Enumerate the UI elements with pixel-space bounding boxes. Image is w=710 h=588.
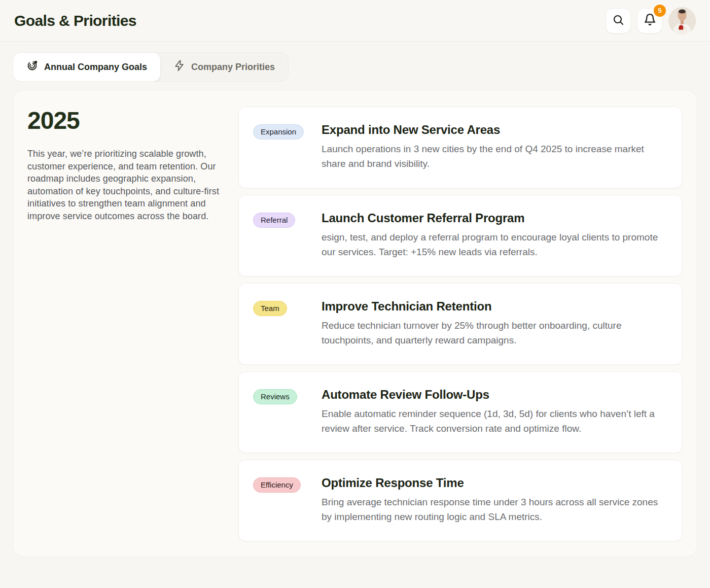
goal-tag-badge: Team	[253, 301, 287, 316]
goals-list: Expansion Expand into New Service Areas …	[238, 107, 683, 541]
header-actions: 5	[606, 7, 696, 34]
goal-description: Launch operations in 3 new cities by the…	[322, 142, 664, 171]
goal-card[interactable]: Expansion Expand into New Service Areas …	[238, 107, 683, 188]
tab-annual-company-goals[interactable]: Annual Company Goals	[13, 53, 160, 81]
goal-title: Improve Technician Retention	[322, 299, 664, 314]
tab-label: Annual Company Goals	[44, 62, 147, 73]
app-header: Goals & Priorities 5	[0, 0, 710, 42]
year-description: This year, we’re prioritizing scalable g…	[27, 148, 226, 222]
year-heading: 2025	[27, 107, 226, 134]
goal-description: Bring average technician response time u…	[322, 495, 664, 524]
page-title: Goals & Priorities	[14, 12, 136, 29]
goal-title: Optimize Response Time	[322, 476, 664, 490]
notifications-button[interactable]: 5	[637, 8, 662, 33]
goal-description: Reduce technician turnover by 25% throug…	[322, 318, 664, 348]
goal-tag-badge: Expansion	[253, 124, 304, 140]
tab-label: Company Priorities	[191, 62, 275, 73]
tab-company-priorities[interactable]: Company Priorities	[160, 53, 288, 81]
goal-description: Enable automatic reminder sequence (1d, …	[322, 406, 664, 436]
avatar[interactable]	[668, 7, 696, 34]
goal-tag-badge: Referral	[253, 213, 295, 228]
goal-description: esign, test, and deploy a referral progr…	[322, 230, 664, 259]
goal-card[interactable]: Referral Launch Customer Referral Progra…	[238, 195, 683, 276]
goal-tag-badge: Efficiency	[253, 477, 301, 493]
search-icon	[612, 14, 624, 28]
annual-goals-panel: 2025 This year, we’re prioritizing scala…	[13, 90, 697, 557]
goal-title: Expand into New Service Areas	[322, 123, 664, 137]
goal-card[interactable]: Efficiency Optimize Response Time Bring …	[238, 460, 683, 541]
notification-count-badge: 5	[654, 5, 666, 17]
goal-target-icon	[26, 60, 38, 74]
goal-title: Automate Review Follow-Ups	[322, 388, 664, 402]
tabs-row: Annual Company Goals Company Priorities	[0, 42, 710, 82]
search-button[interactable]	[606, 8, 631, 33]
goal-tag-badge: Reviews	[253, 389, 297, 404]
goal-card[interactable]: Team Improve Technician Retention Reduce…	[238, 283, 683, 365]
goal-title: Launch Customer Referral Program	[322, 211, 664, 225]
year-overview: 2025 This year, we’re prioritizing scala…	[27, 107, 226, 541]
lightning-icon	[173, 60, 185, 74]
tabs-group: Annual Company Goals Company Priorities	[13, 52, 289, 82]
bell-icon	[644, 13, 656, 28]
goal-card[interactable]: Reviews Automate Review Follow-Ups Enabl…	[238, 371, 683, 453]
